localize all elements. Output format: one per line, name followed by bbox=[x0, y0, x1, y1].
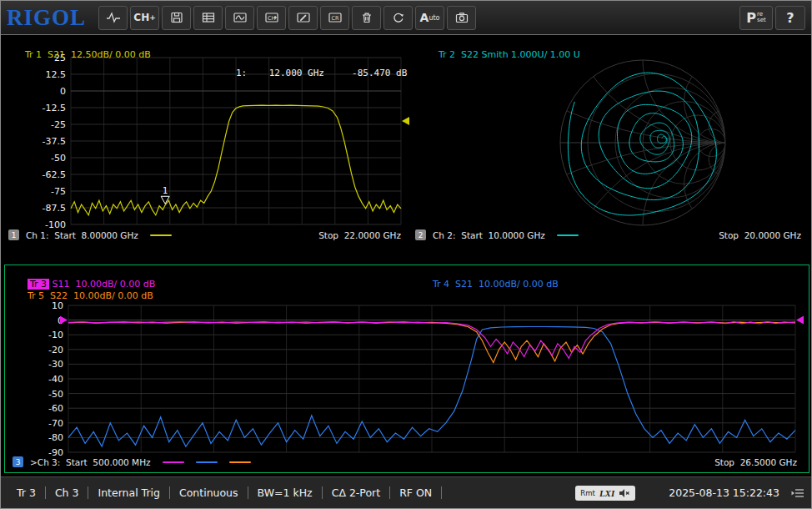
ch3-footer: 3 >Ch 3: Start 500.000 MHz Stop 26.5000 … bbox=[5, 456, 809, 468]
toolbar: RIGOL CH+ CH CR Auto bbox=[1, 1, 811, 35]
speaker-mute-icon[interactable] bbox=[619, 488, 630, 498]
svg-text:-30: -30 bbox=[48, 359, 63, 370]
rigol-logo: RIGOL bbox=[7, 5, 86, 31]
ref-level-marker-left bbox=[60, 316, 68, 325]
sweep-settings-button[interactable] bbox=[98, 6, 128, 30]
ch2-stop-label[interactable]: Stop 20.0000 GHz bbox=[719, 230, 801, 240]
svg-text:-50: -50 bbox=[48, 389, 63, 400]
svg-text:-10: -10 bbox=[48, 330, 63, 340]
channel2-panel[interactable]: Tr 2 S22 Smith 1.000U/ 1.00 U 2 Ch 2: St… bbox=[409, 36, 811, 266]
status-active-channel[interactable]: Ch 3 bbox=[46, 486, 89, 499]
clock: 2025-08-13 15:22:43 bbox=[669, 486, 779, 499]
svg-text:-75: -75 bbox=[51, 186, 66, 197]
grid bbox=[71, 58, 401, 224]
preset-label-set: set bbox=[757, 18, 766, 23]
refresh-icon bbox=[391, 11, 406, 24]
status-rf-state[interactable]: RF ON bbox=[390, 486, 442, 499]
ref-level-marker-right bbox=[796, 316, 804, 325]
trash-icon bbox=[359, 11, 374, 24]
tr1-header[interactable]: Tr 1 S21 12.50dB/ 0.00 dB bbox=[8, 38, 151, 71]
ref-level-marker-right bbox=[402, 117, 409, 125]
marker-1-label: 1 bbox=[163, 186, 168, 195]
ch1-start-label[interactable]: Ch 1: Start 8.00000 GHz bbox=[26, 230, 138, 240]
preset-label-col: reset bbox=[757, 12, 766, 23]
auto-label-main: A bbox=[420, 11, 429, 24]
y-axis-labels: 2512.50-12.5-25-37.5-50-62.5-75-87.5-100 bbox=[43, 53, 66, 230]
status-active-trace[interactable]: Tr 3 bbox=[8, 486, 46, 499]
preset-button[interactable]: P reset bbox=[739, 6, 773, 30]
camera-icon bbox=[454, 11, 469, 24]
plus-icon: + bbox=[149, 13, 156, 22]
marker1-readout: 1: 12.000 GHz -85.470 dB bbox=[236, 68, 407, 78]
tr3-trace-legend-dash bbox=[163, 461, 184, 463]
remote-indicator: Rmt bbox=[580, 489, 595, 497]
svg-text:-40: -40 bbox=[48, 374, 63, 385]
tr4-trace-legend-dash bbox=[196, 461, 218, 463]
svg-text:-37.5: -37.5 bbox=[43, 136, 66, 147]
svg-text:-12.5: -12.5 bbox=[43, 103, 66, 113]
auto-label-rest: uto bbox=[429, 14, 439, 22]
pulse-icon bbox=[106, 11, 121, 24]
ch1-stop-label[interactable]: Stop 22.0000 GHz bbox=[318, 230, 401, 240]
ch1-badge[interactable]: 1 bbox=[8, 229, 19, 240]
tr2-header[interactable]: Tr 2 S22 Smith 1.000U/ 1.00 U bbox=[421, 38, 580, 71]
tr2-trace-legend-dash bbox=[557, 234, 579, 236]
window-ch-plus-icon: CH bbox=[264, 11, 279, 24]
tr5-header-label: Tr 5 S22 10.00dB/ 0.00 dB bbox=[28, 290, 153, 301]
hide-menu-icon[interactable] bbox=[791, 487, 804, 499]
disk-icon bbox=[169, 11, 184, 24]
svg-text:-87.5: -87.5 bbox=[43, 203, 66, 214]
channel1-panel[interactable]: 2512.50-12.5-25-37.5-50-62.5-75-87.5-100… bbox=[1, 36, 409, 266]
table-icon bbox=[201, 11, 216, 24]
measurement-table-button[interactable] bbox=[193, 6, 223, 30]
ch3-badge[interactable]: 3 bbox=[13, 456, 23, 467]
tr4-header-label: Tr 4 S21 10.00dB/ 0.00 dB bbox=[433, 279, 559, 290]
ch3-start-label[interactable]: >Ch 3: Start 500.000 MHz bbox=[30, 457, 151, 467]
add-channel-button[interactable]: CH+ bbox=[130, 6, 159, 30]
tr2-header-label: Tr 2 S22 Smith 1.000U/ 1.00 U bbox=[439, 49, 580, 60]
preset-label-p: P bbox=[746, 10, 756, 26]
trace-window-button[interactable] bbox=[225, 6, 254, 30]
svg-text:-50: -50 bbox=[51, 153, 66, 164]
status-correction[interactable]: CΔ 2-Port bbox=[323, 486, 391, 499]
svg-text:-20: -20 bbox=[48, 345, 63, 355]
help-button[interactable]: ? bbox=[775, 6, 805, 30]
tr1-trace-legend-dash bbox=[150, 234, 172, 236]
status-bar: Tr 3 Ch 3 Internal Trig Continuous BW=1 … bbox=[1, 476, 811, 508]
svg-text:-60: -60 bbox=[48, 403, 63, 414]
new-channel-window-button[interactable]: CH bbox=[257, 6, 286, 30]
status-trigger-source[interactable]: Internal Trig bbox=[88, 486, 170, 499]
svg-text:CR: CR bbox=[331, 15, 339, 22]
cal-register-button[interactable]: CR bbox=[320, 6, 349, 30]
tr5-header[interactable]: Tr 5 S22 10.00dB/ 0.00 dB bbox=[10, 280, 153, 312]
screenshot-button[interactable] bbox=[447, 6, 476, 30]
ch3-stop-label[interactable]: Stop 26.5000 GHz bbox=[714, 457, 797, 467]
ch2-start-label[interactable]: Ch 2: Start 10.0000 GHz bbox=[433, 230, 545, 240]
sync-button[interactable] bbox=[383, 6, 413, 30]
vna-screen: RIGOL CH+ CH CR Auto bbox=[0, 0, 812, 509]
connectivity-pill: Rmt LXI bbox=[575, 486, 635, 501]
window-edit-icon bbox=[296, 11, 311, 24]
status-if-bandwidth[interactable]: BW=1 kHz bbox=[248, 486, 323, 499]
y-axis-labels: 100-10-20-30-40-50-60-70-80-90 bbox=[48, 300, 63, 458]
add-channel-label: CH bbox=[133, 12, 149, 23]
save-recall-button[interactable] bbox=[162, 6, 191, 30]
channel3-panel[interactable]: 100-10-20-30-40-50-60-70-80-90 Tr 3 S11 … bbox=[4, 265, 809, 473]
ch2-badge[interactable]: 2 bbox=[415, 229, 426, 240]
ch1-footer: 1 Ch 1: Start 8.00000 GHz Stop 22.0000 G… bbox=[1, 229, 409, 241]
tr1-header-label: Tr 1 S21 12.50dB/ 0.00 dB bbox=[25, 49, 151, 60]
svg-text:-80: -80 bbox=[48, 432, 63, 443]
svg-text:-25: -25 bbox=[51, 119, 66, 130]
auto-scale-button[interactable]: Auto bbox=[415, 6, 444, 30]
svg-text:-62.5: -62.5 bbox=[43, 169, 66, 180]
window-cr-icon: CR bbox=[328, 11, 343, 24]
window-wave-icon bbox=[233, 11, 248, 24]
svg-text:-70: -70 bbox=[48, 418, 63, 429]
edit-annotation-button[interactable] bbox=[288, 6, 318, 30]
lxi-indicator: LXI bbox=[599, 488, 614, 498]
status-sweep-mode[interactable]: Continuous bbox=[170, 486, 248, 499]
tr4-header[interactable]: Tr 4 S21 10.00dB/ 0.00 dB bbox=[415, 268, 559, 300]
tr5-trace-legend-dash bbox=[229, 461, 251, 463]
marker-1[interactable] bbox=[161, 196, 169, 204]
delete-button[interactable] bbox=[352, 6, 381, 30]
